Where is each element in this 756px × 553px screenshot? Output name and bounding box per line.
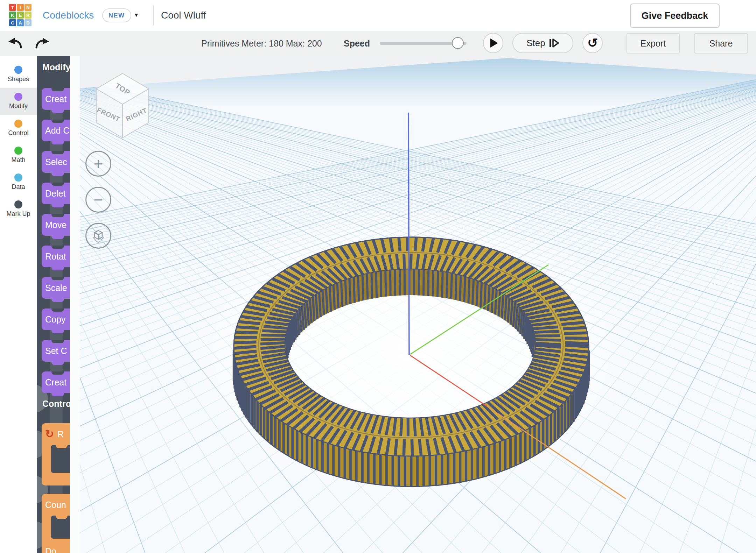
- primitives-meter-value: 180: [269, 38, 284, 49]
- speed-slider-knob[interactable]: [452, 37, 464, 49]
- redo-button[interactable]: [34, 36, 50, 51]
- palette-section-modify: Modify: [42, 62, 70, 72]
- primitives-max-value: 200: [307, 38, 322, 49]
- give-feedback-button[interactable]: Give Feedback: [630, 3, 720, 28]
- panel-splitter[interactable]: [70, 56, 80, 553]
- header-divider: [153, 5, 154, 26]
- sidebar-item-label: Mark Up: [6, 210, 30, 218]
- zoom-out-button[interactable]: −: [85, 187, 111, 213]
- block-scale[interactable]: Scale: [42, 277, 70, 299]
- new-badge: NEW: [102, 8, 131, 22]
- logo-tile: E: [17, 12, 24, 19]
- speed-label: Speed: [344, 31, 370, 56]
- logo-tile: A: [17, 19, 24, 26]
- home-view-button[interactable]: [85, 223, 111, 249]
- sidebar-item-label: Modify: [9, 102, 28, 110]
- logo-tile: I: [17, 4, 24, 11]
- undo-button[interactable]: [7, 36, 24, 51]
- restart-button[interactable]: ↺: [582, 33, 603, 53]
- sidebar-item-markup[interactable]: Mark Up: [0, 196, 37, 222]
- step-button[interactable]: Step: [512, 33, 573, 53]
- block-set-color[interactable]: Set C: [42, 340, 70, 362]
- tinkercad-codeblocks-app: T I N K E R C A D Codeblocks NEW ▼ Cool …: [0, 0, 756, 553]
- logo-tile: K: [9, 12, 16, 19]
- plus-icon: +: [94, 154, 103, 173]
- shapes-dot-icon: [14, 66, 22, 74]
- share-button[interactable]: Share: [694, 33, 748, 54]
- repeat-mouth: [51, 445, 70, 473]
- block-select[interactable]: Selec: [42, 151, 70, 173]
- restart-icon: ↺: [587, 36, 598, 50]
- sidebar-item-data[interactable]: Data: [0, 169, 37, 196]
- dropdown-caret-icon[interactable]: ▼: [134, 12, 139, 18]
- block-repeat[interactable]: ↻R: [42, 423, 70, 485]
- markup-dot-icon: [14, 200, 22, 208]
- logo-tile: N: [24, 4, 31, 11]
- block-count-loop[interactable]: Coun Do: [42, 494, 70, 553]
- block-copy[interactable]: Copy: [42, 309, 70, 330]
- category-sidebar: Shapes Modify Control Math Data Mark Up: [0, 56, 37, 553]
- redo-icon: [34, 36, 50, 51]
- block-create[interactable]: Creat: [42, 88, 70, 110]
- logo-tile: R: [24, 12, 31, 19]
- view-cube[interactable]: TOP FRONT RIGHT: [92, 71, 153, 141]
- viewport-3d[interactable]: TOP FRONT RIGHT + −: [80, 56, 756, 553]
- modify-dot-icon: [14, 93, 22, 101]
- home-view-icon: [91, 228, 106, 243]
- run-button[interactable]: [483, 33, 503, 53]
- data-dot-icon: [14, 173, 22, 182]
- undo-icon: [7, 36, 24, 51]
- speed-slider[interactable]: [380, 42, 467, 45]
- play-icon: [490, 38, 498, 48]
- sidebar-item-modify[interactable]: Modify: [0, 88, 37, 115]
- math-dot-icon: [14, 147, 22, 155]
- count-mouth: [51, 516, 70, 539]
- control-dot-icon: [14, 120, 22, 128]
- minus-icon: −: [94, 190, 103, 209]
- logo-tile: C: [9, 19, 16, 26]
- block-add[interactable]: Add C: [42, 120, 70, 141]
- export-button[interactable]: Export: [626, 33, 680, 54]
- logo-tile: T: [9, 4, 16, 11]
- palette-section-control: Contro: [42, 399, 70, 409]
- brand-codeblocks[interactable]: Codeblocks: [43, 0, 94, 31]
- block-rotate[interactable]: Rotat: [42, 246, 70, 267]
- scene-canvas[interactable]: [80, 56, 756, 553]
- primitives-meter: Primitives Meter: 180 Max: 200: [201, 31, 322, 56]
- tinkercad-logo-icon[interactable]: T I N K E R C A D: [9, 4, 31, 26]
- repeat-icon: ↻: [45, 429, 54, 439]
- sidebar-item-math[interactable]: Math: [0, 142, 37, 169]
- sidebar-item-label: Math: [11, 156, 25, 164]
- zoom-in-button[interactable]: +: [85, 151, 111, 177]
- block-delete[interactable]: Delet: [42, 183, 70, 204]
- block-palette: Modify Creat Add C Selec Delet Move Rota…: [37, 56, 70, 553]
- block-create-2[interactable]: Creat: [42, 371, 70, 393]
- toolbar: Primitives Meter: 180 Max: 200 Speed Ste…: [0, 31, 756, 56]
- logo-tile: D: [24, 19, 31, 26]
- sidebar-item-label: Control: [8, 129, 28, 137]
- project-title[interactable]: Cool Wluff: [161, 0, 206, 31]
- sidebar-item-label: Data: [12, 183, 25, 191]
- sidebar-item-control[interactable]: Control: [0, 115, 37, 142]
- header-bar: T I N K E R C A D Codeblocks NEW ▼ Cool …: [0, 0, 756, 31]
- sidebar-item-label: Shapes: [8, 76, 29, 83]
- block-move[interactable]: Move: [42, 214, 70, 236]
- sidebar-item-shapes[interactable]: Shapes: [0, 61, 37, 88]
- step-label: Step: [526, 38, 545, 49]
- step-into-icon: [549, 38, 559, 48]
